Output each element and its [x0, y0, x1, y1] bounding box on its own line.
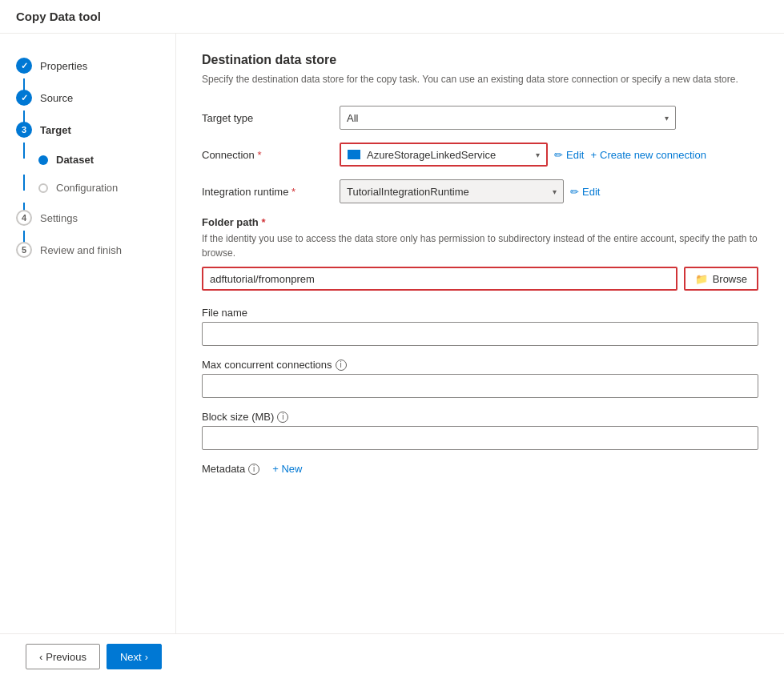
sidebar-item-review[interactable]: 5 Review and finish [0, 234, 175, 266]
section-desc: Specify the destination data store for t… [202, 72, 758, 86]
metadata-text: Metadata [202, 463, 245, 475]
folder-path-desc: If the identity you use to access the da… [202, 231, 758, 260]
app-title: Copy Data tool [0, 0, 784, 34]
metadata-new-button[interactable]: + New [272, 463, 302, 475]
max-concurrent-input[interactable] [202, 374, 758, 398]
integration-runtime-select[interactable]: TutorialIntegrationRuntime ▾ [340, 179, 564, 203]
block-size-label: Block size (MB) i [202, 411, 758, 423]
previous-button[interactable]: ‹ Previous [26, 644, 100, 669]
max-concurrent-label: Max concurrent connections i [202, 359, 758, 371]
browse-button[interactable]: 📁 Browse [684, 267, 758, 291]
target-type-label: Target type [202, 112, 330, 124]
step-label-source: Source [40, 92, 73, 104]
next-button[interactable]: Next › [107, 644, 162, 669]
file-name-input[interactable] [202, 322, 758, 346]
integration-runtime-control: TutorialIntegrationRuntime ▾ ✏ Edit [340, 179, 758, 203]
folder-path-label: Folder path * [202, 216, 758, 228]
integration-runtime-label: Integration runtime [202, 186, 330, 198]
sidebar-item-properties[interactable]: ✓ Properties [0, 50, 175, 82]
connection-edit-label: Edit [566, 149, 584, 161]
folder-path-input-row: 📁 Browse [202, 267, 758, 291]
metadata-new-label: + New [272, 463, 302, 475]
connection-edit-link[interactable]: ✏ Edit [554, 149, 584, 161]
step-label-target: Target [40, 124, 71, 136]
connection-chevron-icon: ▾ [536, 151, 540, 159]
target-type-select[interactable]: All ▾ [340, 106, 676, 130]
sidebar-item-target[interactable]: 3 Target [0, 114, 175, 146]
connection-control: AzureStorageLinkedService ▾ ✏ Edit + Cre… [340, 143, 758, 167]
integration-runtime-edit-label: Edit [582, 186, 600, 198]
max-concurrent-section: Max concurrent connections i [202, 359, 758, 398]
metadata-label: Metadata i [202, 463, 259, 475]
target-type-row: Target type All ▾ [202, 106, 758, 130]
connection-label: Connection [202, 149, 330, 161]
footer: ‹ Previous Next › [0, 633, 784, 679]
browse-label: Browse [713, 273, 747, 285]
sidebar-item-configuration[interactable]: Configuration [0, 174, 175, 202]
plus-icon: + [590, 149, 597, 161]
step-circle-review: 5 [16, 242, 32, 258]
integration-runtime-value: TutorialIntegrationRuntime [347, 186, 469, 198]
max-concurrent-info-icon[interactable]: i [336, 360, 347, 371]
step-circle-source: ✓ [16, 90, 32, 106]
folder-path-input[interactable] [202, 267, 677, 291]
step-circle-configuration [38, 183, 48, 193]
chevron-left-icon: ‹ [39, 651, 42, 663]
step-circle-target: 3 [16, 122, 32, 138]
file-name-label: File name [202, 307, 758, 319]
step-circle-properties: ✓ [16, 58, 32, 74]
file-name-section: File name [202, 307, 758, 346]
create-connection-link[interactable]: + Create new connection [590, 149, 706, 161]
step-label-configuration: Configuration [56, 182, 118, 194]
sidebar: ✓ Properties ✓ Source 3 Target Dataset C… [0, 34, 176, 633]
integration-runtime-chevron-icon: ▾ [553, 187, 557, 196]
integration-runtime-row: Integration runtime TutorialIntegrationR… [202, 179, 758, 203]
sidebar-item-settings[interactable]: 4 Settings [0, 202, 175, 234]
connection-row: Connection AzureStorageLinkedService ▾ ✏… [202, 143, 758, 167]
previous-label: Previous [46, 651, 86, 663]
edit-pencil-icon-2: ✏ [570, 186, 579, 198]
step-label-settings: Settings [40, 212, 78, 224]
metadata-info-icon[interactable]: i [248, 464, 259, 475]
max-concurrent-text: Max concurrent connections [202, 359, 332, 371]
create-connection-label: Create new connection [600, 149, 706, 161]
block-size-text: Block size (MB) [202, 411, 274, 423]
section-title: Destination data store [202, 53, 758, 67]
step-label-properties: Properties [40, 60, 87, 72]
edit-pencil-icon: ✏ [554, 149, 563, 161]
folder-icon: 📁 [695, 273, 708, 285]
block-size-info-icon[interactable]: i [277, 412, 288, 423]
next-label: Next [120, 651, 142, 663]
step-label-dataset: Dataset [56, 154, 94, 166]
sidebar-item-source[interactable]: ✓ Source [0, 82, 175, 114]
sidebar-item-dataset[interactable]: Dataset [0, 146, 175, 174]
step-circle-dataset [38, 155, 48, 165]
connection-value: AzureStorageLinkedService [367, 149, 496, 161]
block-size-section: Block size (MB) i [202, 411, 758, 450]
connection-storage-icon [348, 150, 360, 159]
step-label-review: Review and finish [40, 244, 122, 256]
block-size-input[interactable] [202, 426, 758, 450]
target-type-control: All ▾ [340, 106, 758, 130]
chevron-right-icon: › [145, 651, 148, 663]
target-type-chevron-icon: ▾ [665, 114, 669, 123]
step-circle-settings: 4 [16, 210, 32, 226]
target-type-value: All [347, 112, 358, 124]
connection-select[interactable]: AzureStorageLinkedService ▾ [340, 143, 548, 167]
metadata-section: Metadata i + New [202, 463, 758, 475]
folder-path-section: Folder path * If the identity you use to… [202, 216, 758, 291]
integration-runtime-edit-link[interactable]: ✏ Edit [570, 186, 600, 198]
content-area: Destination data store Specify the desti… [176, 34, 784, 633]
